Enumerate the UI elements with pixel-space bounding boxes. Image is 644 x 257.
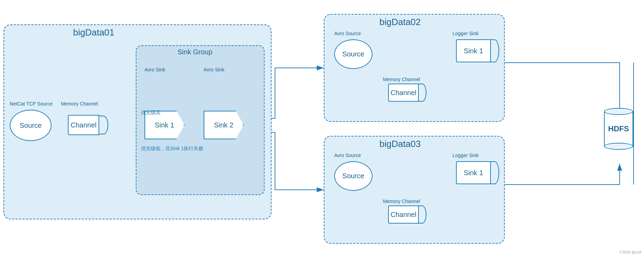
bd03-memorychannel-label: Memory Channel (383, 198, 420, 204)
bd03-channel: Channel (388, 205, 427, 224)
bd03-sink1: Sink 1 (456, 161, 500, 184)
channel-main: Channel (68, 115, 109, 135)
sinkgroup-label: Sink Group (178, 48, 212, 56)
channel-main-sublabel: Memory Channel (61, 101, 98, 107)
priority-high-label: 优先级高 (141, 110, 160, 116)
bd02-loggersink-label: Logger Sink (453, 31, 479, 36)
bd03-avrosource-label: Avro Source (334, 153, 361, 158)
source-main: Source (10, 110, 52, 141)
priority-low-label: 优先级低，且Sink 1执行失败 (141, 146, 203, 152)
bigdata01-label: bigData01 (73, 27, 115, 38)
sink2-main: Sink 2 (204, 111, 244, 139)
source-main-sublabel: NetCat TCP Source (10, 101, 53, 107)
bigdata02-label: bigData02 (379, 17, 421, 28)
hdfs-cylinder: HDFS (604, 108, 633, 150)
bd03-source: Source (334, 161, 372, 191)
hdfs-top (604, 108, 633, 115)
hdfs-bottom (604, 143, 633, 150)
bd02-memorychannel-label: Memory Channel (383, 77, 420, 82)
hdfs-body: HDFS (604, 111, 633, 146)
bd02-channel: Channel (388, 84, 427, 102)
watermark: CSDN @ccit (620, 250, 641, 254)
bd02-sink1: Sink 1 (456, 39, 500, 62)
bd03-loggersink-label: Logger Sink (453, 153, 479, 158)
sink1-sublabel: Avro Sink (144, 67, 165, 72)
sink2-sublabel: Avro Sink (204, 67, 225, 72)
diagram-container: bigData01 Sink Group bigData02 bigData03… (0, 0, 644, 257)
bd02-avrosource-label: Avro Source (334, 31, 361, 36)
bigdata03-label: bigData03 (379, 139, 421, 149)
bd02-source: Source (334, 39, 372, 69)
